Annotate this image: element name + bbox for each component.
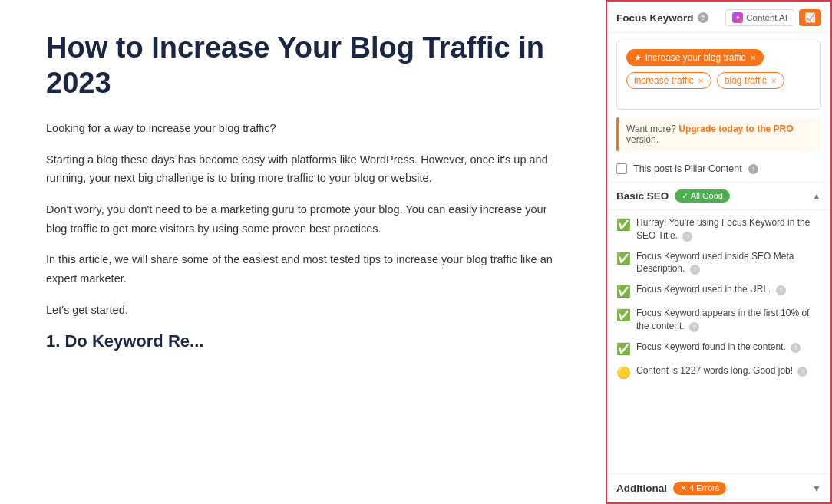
content-ai-icon: ✦ [732, 12, 743, 23]
additional-header[interactable]: Additional ✕ 4 Errors ▼ [607, 474, 830, 502]
article-para-4: In this article, we will share some of t… [46, 250, 567, 288]
content-ai-button[interactable]: ✦ Content AI [725, 9, 794, 26]
focus-keyword-label: Focus Keyword [616, 12, 694, 24]
seo-item-text-1: Focus Keyword used inside SEO Meta Descr… [636, 250, 821, 276]
secondary-keyword-tag-1[interactable]: blog traffic ✕ [717, 72, 784, 89]
focus-keyword-title: Focus Keyword ? [616, 12, 708, 24]
article-subheading: 1. Do Keyword Re... [46, 331, 567, 351]
basic-seo-header-left: Basic SEO ✓ All Good [616, 189, 730, 203]
seo-item-2: ✅ Focus Keyword used in the URL. ? [616, 283, 821, 299]
upgrade-banner: Want more? Upgrade today to the PRO vers… [616, 117, 821, 151]
focus-keyword-help-icon[interactable]: ? [698, 12, 708, 23]
pillar-content-row: This post is Pillar Content ? [607, 159, 830, 183]
content-ai-label: Content AI [746, 13, 787, 22]
seo-item-text-3: Focus Keyword appears in the first 10% o… [636, 307, 821, 333]
seo-item-help-icon-4[interactable]: ? [791, 343, 801, 353]
upgrade-link[interactable]: Upgrade today to the PRO [678, 124, 793, 134]
article-para-5: Let's get started. [46, 301, 567, 320]
fk-header-actions: ✦ Content AI 📈 [725, 9, 821, 26]
seo-items-list: ✅ Hurray! You're using Focus Keyword in … [607, 210, 830, 473]
secondary-keyword-close-icon-1[interactable]: ✕ [771, 77, 777, 85]
basic-seo-title: Basic SEO [616, 190, 669, 202]
seo-item-4: ✅ Focus Keyword found in the content. ? [616, 341, 821, 357]
basic-seo-chevron-up-icon: ▲ [812, 191, 821, 202]
basic-seo-section: Basic SEO ✓ All Good ▲ ✅ Hurray! You're … [607, 183, 830, 473]
additional-header-left: Additional ✕ 4 Errors [616, 482, 726, 495]
seo-item-text-5: Content is 1227 words long. Good job! ? [636, 364, 821, 377]
all-good-badge: ✓ All Good [675, 189, 730, 203]
additional-chevron-down-icon: ▼ [812, 483, 821, 494]
additional-title: Additional [616, 483, 667, 494]
pillar-help-icon[interactable]: ? [748, 164, 758, 174]
check-green-icon-3: ✅ [616, 307, 631, 323]
seo-item-5: 🟡 Content is 1227 words long. Good job! … [616, 364, 821, 380]
article-para-1: Looking for a way to increase your blog … [46, 119, 567, 138]
check-green-icon-4: ✅ [616, 341, 631, 357]
basic-seo-header[interactable]: Basic SEO ✓ All Good ▲ [607, 183, 830, 210]
focus-keyword-header: Focus Keyword ? ✦ Content AI 📈 [607, 2, 830, 33]
article-para-3: Don't worry, you don't need to be a mark… [46, 200, 567, 238]
primary-keyword-tag[interactable]: ★ increase your blog traffic ✕ [626, 49, 764, 66]
check-green-icon-2: ✅ [616, 283, 631, 299]
seo-item-3: ✅ Focus Keyword appears in the first 10%… [616, 307, 821, 333]
seo-sidebar: Focus Keyword ? ✦ Content AI 📈 ★ increas… [606, 0, 832, 504]
seo-item-help-icon-3[interactable]: ? [689, 322, 699, 332]
seo-item-text-4: Focus Keyword found in the content. ? [636, 341, 821, 354]
secondary-keyword-text-0: increase traffic [634, 75, 694, 86]
secondary-keywords-row: increase traffic ✕ blog traffic ✕ [626, 72, 811, 89]
seo-item-0: ✅ Hurray! You're using Focus Keyword in … [616, 216, 821, 242]
seo-item-1: ✅ Focus Keyword used inside SEO Meta Des… [616, 250, 821, 276]
article-panel: How to Increase Your Blog Traffic in 202… [0, 0, 606, 504]
secondary-keyword-text-1: blog traffic [725, 75, 767, 86]
seo-item-help-icon-2[interactable]: ? [776, 285, 786, 295]
article-title: How to Increase Your Blog Traffic in 202… [46, 31, 567, 100]
check-green-icon-0: ✅ [616, 216, 631, 232]
keywords-area[interactable]: ★ increase your blog traffic ✕ increase … [616, 41, 821, 110]
pillar-label: This post is Pillar Content [633, 163, 742, 174]
secondary-keyword-close-icon-0[interactable]: ✕ [698, 77, 704, 85]
errors-badge: ✕ 4 Errors [673, 482, 726, 495]
check-yellow-icon-5: 🟡 [616, 364, 631, 380]
article-body: Looking for a way to increase your blog … [46, 119, 567, 351]
seo-item-text-2: Focus Keyword used in the URL. ? [636, 283, 821, 296]
upgrade-text: Want more? [626, 124, 676, 134]
secondary-keyword-tag-0[interactable]: increase traffic ✕ [626, 72, 711, 89]
primary-keyword-text: increase your blog traffic [645, 52, 746, 63]
seo-item-help-icon-5[interactable]: ? [797, 367, 807, 377]
seo-item-help-icon-1[interactable]: ? [690, 265, 700, 275]
trend-icon-button[interactable]: 📈 [799, 9, 821, 26]
additional-section: Additional ✕ 4 Errors ▼ [607, 473, 830, 502]
seo-item-text-0: Hurray! You're using Focus Keyword in th… [636, 216, 821, 242]
primary-keyword-close-icon[interactable]: ✕ [750, 54, 756, 62]
upgrade-suffix: version. [626, 134, 659, 145]
check-green-icon-1: ✅ [616, 250, 631, 266]
star-icon: ★ [634, 53, 642, 63]
article-para-2: Starting a blog these days has become ea… [46, 150, 567, 188]
pillar-checkbox[interactable] [616, 163, 627, 174]
seo-item-help-icon-0[interactable]: ? [682, 232, 692, 242]
